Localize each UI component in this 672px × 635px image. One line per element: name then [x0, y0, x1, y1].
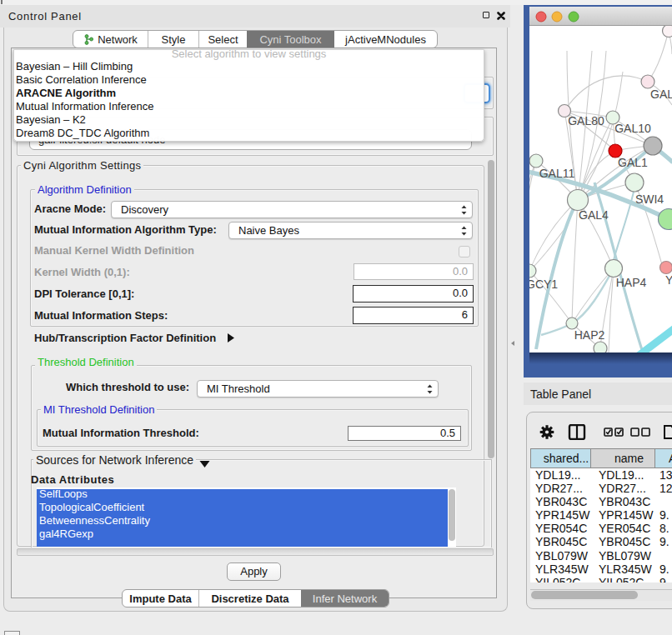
svg-text:SWI4: SWI4 — [635, 192, 664, 206]
svg-text:GAL4: GAL4 — [579, 208, 609, 222]
svg-text:GAL: GAL — [650, 88, 672, 101]
svg-text:HAP4: HAP4 — [616, 276, 647, 289]
svg-text:GAL11: GAL11 — [539, 167, 575, 180]
svg-text:GCY1: GCY1 — [529, 278, 558, 291]
svg-text:Y: Y — [665, 273, 672, 287]
svg-text:GAL10: GAL10 — [614, 122, 651, 135]
svg-text:GAL80: GAL80 — [568, 114, 604, 128]
svg-text:GAL1: GAL1 — [618, 156, 648, 169]
svg-text:HAP2: HAP2 — [574, 328, 605, 342]
